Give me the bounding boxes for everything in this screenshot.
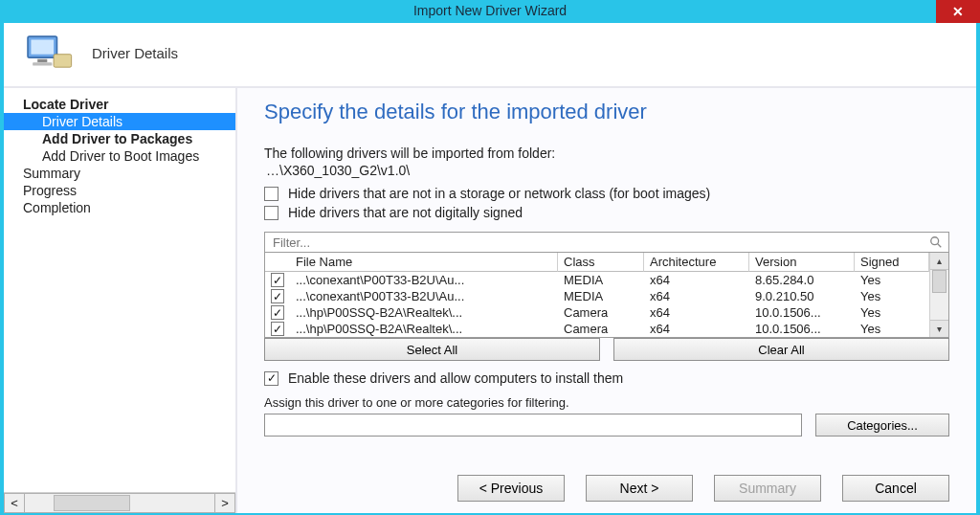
body: Locate DriverDriver DetailsAdd Driver to… <box>4 88 976 513</box>
nav-item-add-driver-to-boot-images[interactable]: Add Driver to Boot Images <box>4 147 235 165</box>
assign-text: Assign this driver to one or more catego… <box>264 395 949 410</box>
categories-button[interactable]: Categories... <box>815 414 949 437</box>
sidebar-hscroll[interactable]: < > <box>4 492 235 513</box>
search-icon[interactable] <box>929 235 943 249</box>
scroll-right-button[interactable]: > <box>214 493 235 513</box>
close-button[interactable]: ✕ <box>936 0 980 23</box>
cell-signed: Yes <box>855 321 929 337</box>
driver-row[interactable]: ...\hp\P00SSQ-B2A\Realtek\...Camerax6410… <box>265 321 929 337</box>
cell-architecture: x64 <box>644 288 749 304</box>
vscroll-thumb[interactable] <box>932 270 947 293</box>
svg-point-5 <box>931 237 939 245</box>
categories-input[interactable] <box>264 414 802 437</box>
scroll-down-button[interactable]: ▾ <box>930 320 948 337</box>
nav-item-progress[interactable]: Progress <box>4 182 235 199</box>
scroll-thumb[interactable] <box>54 495 130 511</box>
nav-list: Locate DriverDriver DetailsAdd Driver to… <box>4 96 235 492</box>
cell-version: 10.0.1506... <box>749 321 855 337</box>
row-checkbox[interactable] <box>271 322 284 336</box>
nav-item-summary[interactable]: Summary <box>4 165 235 182</box>
wizard-window: Import New Driver Wizard ✕ Driver Detail… <box>0 0 980 515</box>
scroll-track[interactable] <box>25 493 214 513</box>
cell-signed: Yes <box>855 288 929 304</box>
grid-vscroll[interactable]: ▴ ▾ <box>929 253 948 337</box>
cell-filename: ...\conexant\P00T33-B2U\Au... <box>290 288 558 304</box>
enable-drivers-label: Enable these drivers and allow computers… <box>288 370 623 386</box>
nav-item-driver-details[interactable]: Driver Details <box>4 113 235 130</box>
enable-drivers-checkbox[interactable] <box>264 371 278 386</box>
cell-filename: ...\hp\P00SSQ-B2A\Realtek\... <box>290 304 558 321</box>
driver-list-panel: File Name Class Architecture Version Sig… <box>264 232 949 361</box>
cell-signed: Yes <box>855 272 929 288</box>
svg-rect-1 <box>31 40 54 55</box>
cell-filename: ...\hp\P00SSQ-B2A\Realtek\... <box>290 321 558 337</box>
scroll-left-button[interactable]: < <box>4 493 25 513</box>
col-filename[interactable]: File Name <box>290 253 558 272</box>
header: Driver Details <box>4 23 976 88</box>
col-signed[interactable]: Signed <box>855 253 929 272</box>
svg-rect-3 <box>33 62 52 65</box>
cell-version: 8.65.284.0 <box>749 272 855 288</box>
driver-row[interactable]: ...\hp\P00SSQ-B2A\Realtek\...Camerax6410… <box>265 304 929 321</box>
filter-box[interactable] <box>264 232 949 253</box>
nav-item-completion[interactable]: Completion <box>4 199 235 216</box>
summary-button: Summary <box>714 475 821 502</box>
driver-row[interactable]: ...\conexant\P00T33-B2U\Au...MEDIAx648.6… <box>265 272 929 288</box>
cell-signed: Yes <box>855 304 929 321</box>
driver-row[interactable]: ...\conexant\P00T33-B2U\Au...MEDIAx649.0… <box>265 288 929 304</box>
folder-path: …\X360_1030_G2\v1.0\ <box>266 163 949 178</box>
grid-header: File Name Class Architecture Version Sig… <box>265 253 929 272</box>
hide-non-storage-checkbox[interactable] <box>264 187 278 201</box>
nav-item-add-driver-to-packages[interactable]: Add Driver to Packages <box>4 130 235 147</box>
header-title: Driver Details <box>92 45 178 61</box>
scroll-up-button[interactable]: ▴ <box>930 253 948 270</box>
cell-version: 9.0.210.50 <box>749 288 855 304</box>
cell-class: MEDIA <box>558 272 644 288</box>
cell-filename: ...\conexant\P00T33-B2U\Au... <box>290 272 558 288</box>
svg-rect-4 <box>54 55 72 68</box>
window-title: Import New Driver Wizard <box>4 3 976 18</box>
cell-class: Camera <box>558 304 644 321</box>
row-checkbox[interactable] <box>271 305 284 320</box>
intro-text: The following drivers will be imported f… <box>264 146 949 161</box>
col-architecture[interactable]: Architecture <box>644 253 749 272</box>
col-class[interactable]: Class <box>558 253 644 272</box>
driver-grid: File Name Class Architecture Version Sig… <box>264 253 949 338</box>
computer-icon <box>23 33 75 73</box>
cell-version: 10.0.1506... <box>749 304 855 321</box>
hide-unsigned-checkbox[interactable] <box>264 206 278 220</box>
clear-all-button[interactable]: Clear All <box>613 338 949 361</box>
svg-rect-2 <box>37 59 47 62</box>
row-checkbox[interactable] <box>271 289 284 303</box>
footer-buttons: < Previous Next > Summary Cancel <box>457 475 949 502</box>
cell-architecture: x64 <box>644 272 749 288</box>
page-heading: Specify the details for the imported dri… <box>264 100 949 124</box>
hide-non-storage-label: Hide drivers that are not in a storage o… <box>288 186 710 201</box>
svg-line-6 <box>938 244 942 248</box>
row-checkbox[interactable] <box>271 273 284 287</box>
nav-item-locate-driver[interactable]: Locate Driver <box>4 96 235 113</box>
cell-class: Camera <box>558 321 644 337</box>
select-all-button[interactable]: Select All <box>264 338 600 361</box>
cell-architecture: x64 <box>644 304 749 321</box>
cell-architecture: x64 <box>644 321 749 337</box>
previous-button[interactable]: < Previous <box>457 475 565 502</box>
col-version[interactable]: Version <box>749 253 855 272</box>
hide-unsigned-label: Hide drivers that are not digitally sign… <box>288 205 523 220</box>
next-button[interactable]: Next > <box>586 475 693 502</box>
cell-class: MEDIA <box>558 288 644 304</box>
close-icon: ✕ <box>952 4 964 19</box>
sidebar: Locate DriverDriver DetailsAdd Driver to… <box>4 88 237 513</box>
filter-input[interactable] <box>271 235 929 251</box>
main-panel: Specify the details for the imported dri… <box>237 88 976 513</box>
cancel-button[interactable]: Cancel <box>842 475 949 502</box>
